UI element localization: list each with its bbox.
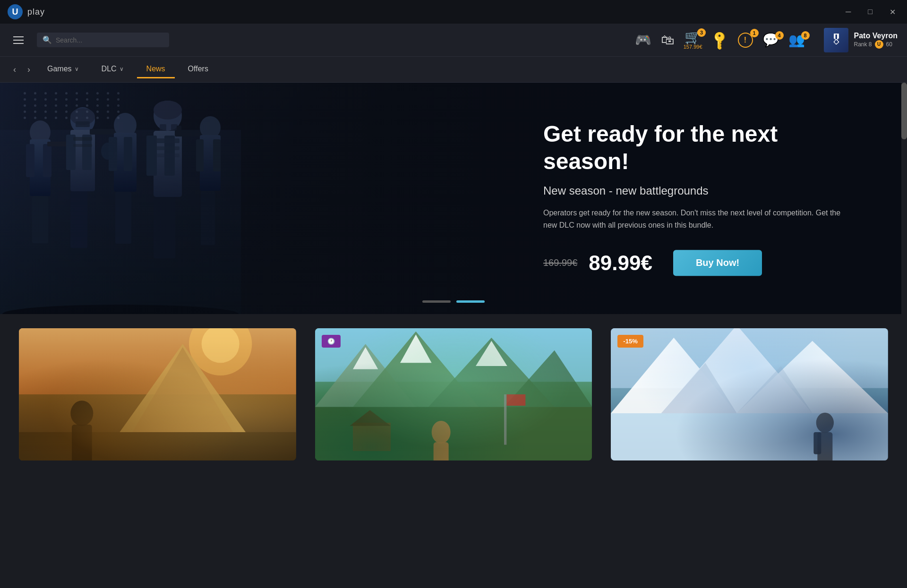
svg-marker-76	[611, 338, 737, 413]
hero-subtitle: New season - new battlegrounds	[543, 185, 850, 198]
svg-rect-58	[315, 328, 592, 460]
svg-point-52	[202, 328, 240, 363]
svg-rect-72	[504, 394, 506, 445]
cart-price: 157.99€	[684, 44, 702, 50]
hero-pricing: 169.99€ 89.99€ Buy Now!	[543, 250, 850, 276]
svg-point-70	[431, 421, 450, 443]
secondary-nav: ‹ › Games ∨ DLC ∨ News Offers	[0, 57, 907, 83]
svg-marker-64	[353, 347, 378, 369]
card-badge-3: -15%	[617, 335, 643, 348]
chevron-down-icon: ∨	[75, 66, 79, 72]
hero-new-price: 89.99€	[589, 251, 652, 275]
shop-bag-icon[interactable]: 🛍	[661, 34, 674, 47]
alert-icon[interactable]: ! 1	[738, 33, 753, 48]
back-button[interactable]: ‹	[9, 63, 20, 77]
svg-marker-78	[737, 341, 888, 413]
svg-rect-83	[818, 432, 833, 460]
svg-rect-73	[506, 394, 525, 406]
carousel-dot-1[interactable]	[422, 300, 451, 303]
scrollbar-track	[901, 83, 907, 314]
game-card-1[interactable]	[19, 328, 296, 460]
svg-marker-61	[353, 332, 479, 407]
title-bar: U play ─ □ ✕	[0, 0, 907, 24]
svg-marker-79	[661, 363, 737, 413]
card1-art	[19, 328, 296, 460]
search-icon: 🔍	[43, 35, 52, 44]
messages-icon[interactable]: 💬 4	[762, 34, 779, 47]
messages-badge: 4	[775, 31, 784, 40]
app-name: play	[27, 7, 45, 17]
svg-marker-63	[504, 350, 592, 407]
top-bar: 🔍 🎮 🛍 🛒 3 157.99€ 🔑 ! 1 💬 4 👥 8	[0, 24, 907, 57]
hero-old-price: 169.99€	[543, 258, 577, 269]
app-logo: U	[8, 4, 23, 19]
svg-marker-69	[350, 410, 391, 426]
cart-badge: 3	[697, 28, 706, 37]
hero-banner: Get ready for the next season! New seaso…	[0, 83, 907, 314]
carousel-indicators	[422, 300, 485, 303]
user-avatar: 🎖	[824, 28, 848, 52]
buy-now-button[interactable]: Buy Now!	[673, 250, 762, 276]
search-input[interactable]	[56, 36, 160, 44]
svg-marker-53	[120, 344, 246, 432]
title-bar-controls: ─ □ ✕	[842, 6, 899, 18]
hero-title: Get ready for the next season!	[543, 120, 850, 175]
nav-item-news[interactable]: News	[137, 61, 175, 78]
alert-symbol: !	[744, 36, 746, 44]
game-card-2[interactable]: 🕐	[315, 328, 592, 460]
svg-rect-50	[19, 328, 296, 394]
svg-rect-68	[353, 423, 391, 451]
svg-point-56	[70, 401, 93, 426]
svg-marker-62	[428, 338, 555, 407]
svg-marker-77	[661, 328, 813, 413]
alert-badge: 1	[750, 29, 759, 37]
card2-art	[315, 328, 592, 460]
game-card-3[interactable]: -15%	[611, 328, 888, 460]
nav-item-offers[interactable]: Offers	[179, 61, 218, 78]
minimize-button[interactable]: ─	[842, 6, 855, 18]
cart-icon[interactable]: 🛒 3 157.99€	[684, 31, 702, 50]
user-name: Pato Veyron	[854, 32, 898, 40]
svg-point-82	[816, 413, 834, 433]
nav-item-games[interactable]: Games ∨	[38, 61, 88, 78]
title-bar-left: U play	[8, 4, 45, 19]
user-profile[interactable]: 🎖 Pato Veyron Rank 8 U 60	[824, 28, 898, 52]
game-cards-section: 🕐	[0, 314, 907, 475]
svg-rect-67	[315, 407, 592, 460]
svg-rect-57	[72, 425, 92, 460]
card3-art	[611, 328, 888, 460]
svg-marker-66	[476, 341, 507, 366]
carousel-dot-2[interactable]	[456, 300, 485, 303]
hero-description: Operators get ready for the new season. …	[543, 207, 850, 231]
search-bar: 🔍	[37, 33, 169, 47]
svg-rect-81	[611, 413, 888, 460]
svg-rect-71	[433, 442, 448, 460]
scrollbar-thumb[interactable]	[901, 83, 907, 139]
forward-button[interactable]: ›	[24, 63, 34, 77]
svg-rect-49	[19, 328, 296, 460]
friends-icon[interactable]: 👥 8	[788, 34, 805, 47]
uplay-coin-icon: U	[875, 40, 883, 49]
friends-badge: 8	[801, 31, 810, 40]
controller-icon[interactable]: 🎮	[635, 34, 651, 47]
user-info: Pato Veyron Rank 8 U 60	[854, 32, 898, 49]
close-button[interactable]: ✕	[886, 6, 899, 18]
svg-rect-84	[814, 432, 821, 454]
svg-rect-75	[611, 328, 888, 388]
svg-marker-80	[737, 366, 813, 413]
key-icon[interactable]: 🔑	[712, 34, 728, 47]
restore-button[interactable]: □	[864, 6, 876, 18]
user-rank: Rank 8 U 60	[854, 40, 898, 49]
svg-point-51	[189, 328, 252, 375]
nav-item-dlc[interactable]: DLC ∨	[92, 61, 133, 78]
hamburger-menu-button[interactable]	[9, 33, 27, 48]
svg-rect-59	[315, 328, 592, 382]
svg-marker-54	[132, 347, 233, 432]
svg-marker-60	[315, 344, 416, 407]
card-badge-2: 🕐	[322, 335, 341, 348]
logo-letter: U	[12, 7, 18, 17]
hero-content: Get ready for the next season! New seaso…	[543, 120, 850, 276]
svg-rect-55	[19, 432, 296, 460]
chevron-down-icon: ∨	[120, 66, 124, 72]
svg-marker-65	[400, 334, 432, 363]
